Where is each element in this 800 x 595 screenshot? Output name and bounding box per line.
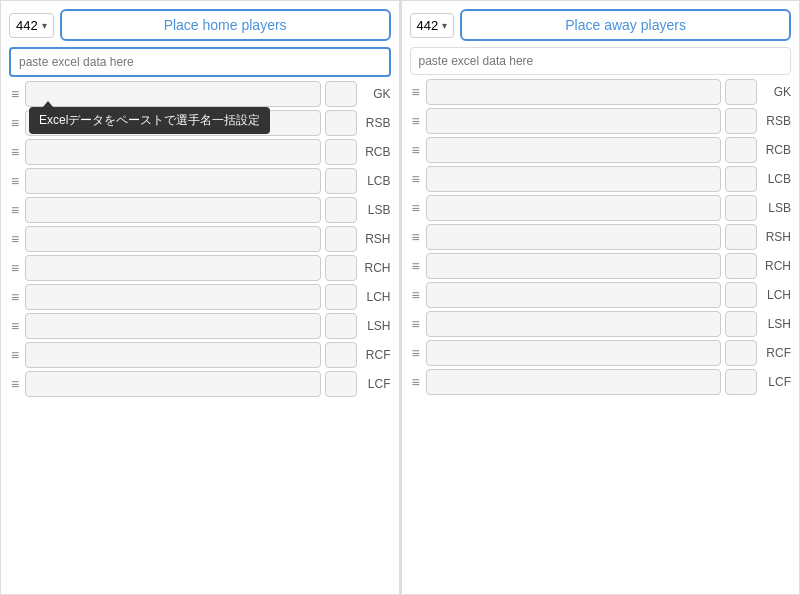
- place-away-btn[interactable]: Place away players: [460, 9, 791, 41]
- away-name-RCB[interactable]: [426, 137, 721, 163]
- home-pos-LSB: LSB: [361, 203, 391, 217]
- home-pos-RCH: RCH: [361, 261, 391, 275]
- home-number-RSB[interactable]: [325, 110, 357, 136]
- home-name-RCF[interactable]: [25, 342, 320, 368]
- away-name-LCF[interactable]: [426, 369, 721, 395]
- home-paste-input[interactable]: [9, 47, 391, 77]
- home-number-GK[interactable]: [325, 81, 357, 107]
- home-name-RCB[interactable]: [25, 139, 320, 165]
- home-pos-LSH: LSH: [361, 319, 391, 333]
- home-drag-RCF[interactable]: ≡: [9, 345, 21, 365]
- away-row-RCF: ≡ RCF: [410, 340, 792, 366]
- home-drag-LCF[interactable]: ≡: [9, 374, 21, 394]
- home-drag-RSB[interactable]: ≡: [9, 113, 21, 133]
- away-pos-GK: GK: [761, 85, 791, 99]
- away-number-RCB[interactable]: [725, 137, 757, 163]
- home-name-GK[interactable]: [25, 81, 320, 107]
- away-number-LSH[interactable]: [725, 311, 757, 337]
- away-drag-RSH[interactable]: ≡: [410, 227, 422, 247]
- home-name-LCH[interactable]: [25, 284, 320, 310]
- place-home-btn[interactable]: Place home players: [60, 9, 391, 41]
- away-row-GK: ≡ GK: [410, 79, 792, 105]
- away-drag-GK[interactable]: ≡: [410, 82, 422, 102]
- home-row-LSB: ≡ LSB: [9, 197, 391, 223]
- home-name-LCB[interactable]: [25, 168, 320, 194]
- home-number-LSH[interactable]: [325, 313, 357, 339]
- away-row-LCH: ≡ LCH: [410, 282, 792, 308]
- away-paste-input[interactable]: [410, 47, 792, 75]
- home-number-RCF[interactable]: [325, 342, 357, 368]
- away-name-RCH[interactable]: [426, 253, 721, 279]
- away-row-LCF: ≡ LCF: [410, 369, 792, 395]
- away-number-LSB[interactable]: [725, 195, 757, 221]
- home-pos-LCF: LCF: [361, 377, 391, 391]
- away-drag-RCF[interactable]: ≡: [410, 343, 422, 363]
- home-row-RCH: ≡ RCH: [9, 255, 391, 281]
- away-name-GK[interactable]: [426, 79, 721, 105]
- home-drag-RSH[interactable]: ≡: [9, 229, 21, 249]
- away-number-RCH[interactable]: [725, 253, 757, 279]
- away-number-LCF[interactable]: [725, 369, 757, 395]
- away-row-LSH: ≡ LSH: [410, 311, 792, 337]
- home-name-RCH[interactable]: [25, 255, 320, 281]
- away-name-RSH[interactable]: [426, 224, 721, 250]
- home-number-RCB[interactable]: [325, 139, 357, 165]
- away-number-LCH[interactable]: [725, 282, 757, 308]
- away-name-LSB[interactable]: [426, 195, 721, 221]
- home-row-RSH: ≡ RSH: [9, 226, 391, 252]
- home-drag-RCB[interactable]: ≡: [9, 142, 21, 162]
- home-number-RCH[interactable]: [325, 255, 357, 281]
- away-formation-value: 442: [417, 18, 439, 33]
- away-number-RCF[interactable]: [725, 340, 757, 366]
- away-row-LCB: ≡ LCB: [410, 166, 792, 192]
- away-name-LCH[interactable]: [426, 282, 721, 308]
- home-pos-GK: GK: [361, 87, 391, 101]
- home-number-LCF[interactable]: [325, 371, 357, 397]
- away-formation-select[interactable]: 442 ▾: [410, 13, 455, 38]
- home-row-GK: ≡ GK Excelデータをペーストで選手名一括設定: [9, 81, 391, 107]
- home-tooltip: Excelデータをペーストで選手名一括設定: [29, 107, 270, 134]
- home-number-LCH[interactable]: [325, 284, 357, 310]
- home-name-RSH[interactable]: [25, 226, 320, 252]
- away-name-RSB[interactable]: [426, 108, 721, 134]
- away-drag-RCB[interactable]: ≡: [410, 140, 422, 160]
- home-name-LSH[interactable]: [25, 313, 320, 339]
- away-drag-LCH[interactable]: ≡: [410, 285, 422, 305]
- home-number-LCB[interactable]: [325, 168, 357, 194]
- home-number-RSH[interactable]: [325, 226, 357, 252]
- home-name-LCF[interactable]: [25, 371, 320, 397]
- home-pos-RCF: RCF: [361, 348, 391, 362]
- home-pos-LCH: LCH: [361, 290, 391, 304]
- away-drag-LSH[interactable]: ≡: [410, 314, 422, 334]
- away-number-RSH[interactable]: [725, 224, 757, 250]
- away-name-LCB[interactable]: [426, 166, 721, 192]
- away-panel: 442 ▾ Place away players ≡ GK ≡ RSB ≡ RC…: [401, 0, 801, 595]
- away-row-RSH: ≡ RSH: [410, 224, 792, 250]
- away-pos-RSB: RSB: [761, 114, 791, 128]
- away-name-LSH[interactable]: [426, 311, 721, 337]
- home-panel: 442 ▾ Place home players ≡ GK Excelデータをペ…: [0, 0, 400, 595]
- home-row-LSH: ≡ LSH: [9, 313, 391, 339]
- home-drag-LCH[interactable]: ≡: [9, 287, 21, 307]
- away-drag-LCB[interactable]: ≡: [410, 169, 422, 189]
- away-pos-LCB: LCB: [761, 172, 791, 186]
- home-formation-chevron: ▾: [42, 20, 47, 31]
- home-formation-select[interactable]: 442 ▾: [9, 13, 54, 38]
- away-drag-LSB[interactable]: ≡: [410, 198, 422, 218]
- away-drag-LCF[interactable]: ≡: [410, 372, 422, 392]
- home-drag-RCH[interactable]: ≡: [9, 258, 21, 278]
- home-drag-LSB[interactable]: ≡: [9, 200, 21, 220]
- home-drag-GK[interactable]: ≡: [9, 84, 21, 104]
- home-formation-value: 442: [16, 18, 38, 33]
- home-drag-LCB[interactable]: ≡: [9, 171, 21, 191]
- away-pos-LSB: LSB: [761, 201, 791, 215]
- away-drag-RCH[interactable]: ≡: [410, 256, 422, 276]
- home-name-LSB[interactable]: [25, 197, 320, 223]
- away-number-GK[interactable]: [725, 79, 757, 105]
- away-name-RCF[interactable]: [426, 340, 721, 366]
- away-drag-RSB[interactable]: ≡: [410, 111, 422, 131]
- home-drag-LSH[interactable]: ≡: [9, 316, 21, 336]
- home-number-LSB[interactable]: [325, 197, 357, 223]
- away-number-LCB[interactable]: [725, 166, 757, 192]
- away-number-RSB[interactable]: [725, 108, 757, 134]
